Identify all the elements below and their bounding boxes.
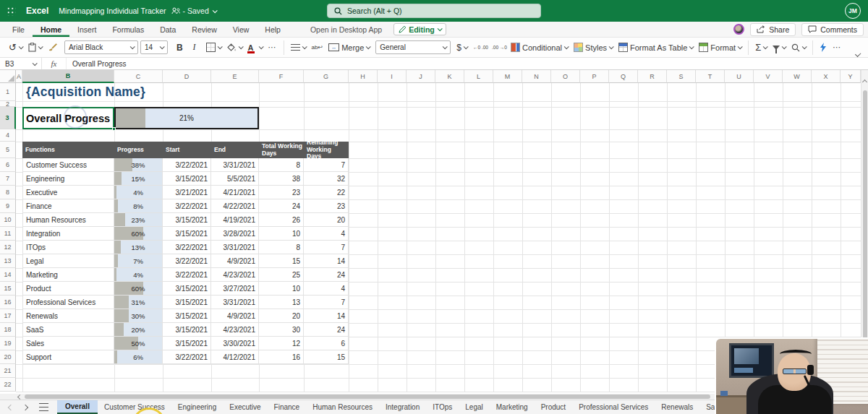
progress-cell[interactable]: 31%	[114, 296, 163, 309]
row-header-10[interactable]: 10	[0, 213, 16, 227]
function-cell[interactable]: Human Resources	[22, 213, 114, 227]
row-header-3[interactable]: 3	[0, 107, 16, 129]
column-header-K[interactable]: K	[435, 70, 464, 83]
end-date-cell[interactable]: 5/5/2021	[211, 172, 259, 186]
sheet-tab-renewals[interactable]: Renewals	[655, 400, 699, 414]
row-header-13[interactable]: 13	[0, 254, 16, 268]
column-header-P[interactable]: P	[580, 70, 609, 83]
sheet-tab-human-resources[interactable]: Human Resources	[306, 400, 379, 414]
column-header-I[interactable]: I	[378, 70, 407, 83]
column-header-V[interactable]: V	[754, 70, 783, 83]
more-font-options-button[interactable]: ⋯	[265, 40, 280, 56]
end-date-cell[interactable]: 4/21/2021	[211, 186, 259, 199]
column-header-C[interactable]: C	[114, 70, 163, 83]
progress-cell[interactable]: 30%	[114, 309, 163, 323]
function-cell[interactable]: Legal	[22, 254, 114, 268]
start-date-cell[interactable]: 3/22/2021	[163, 254, 211, 268]
function-cell[interactable]: Renewals	[22, 309, 114, 323]
scroll-left-arrow-icon[interactable]	[17, 394, 22, 399]
row-header-1[interactable]: 1	[0, 83, 16, 101]
search-box[interactable]: Search (Alt + Q)	[327, 4, 541, 18]
total-working-days-cell[interactable]: 8	[259, 158, 304, 172]
horizontal-scrollbar-thumb[interactable]	[25, 394, 710, 399]
start-date-cell[interactable]: 3/15/2021	[163, 323, 211, 337]
total-working-days-cell[interactable]: 30	[259, 323, 304, 337]
row-header-11[interactable]: 11	[0, 227, 16, 241]
total-working-days-cell[interactable]: 25	[259, 268, 304, 282]
scroll-up-arrow-icon[interactable]	[862, 79, 867, 85]
function-cell[interactable]: Executive	[22, 186, 114, 199]
column-header-F[interactable]: F	[259, 70, 304, 83]
decrease-decimal-button[interactable]: .00 →0	[489, 40, 508, 56]
remaining-working-days-cell[interactable]: 15	[304, 350, 349, 364]
function-cell[interactable]: Marketing	[22, 268, 114, 282]
increase-decimal-button[interactable]: ←0 .00	[470, 40, 489, 56]
ribbon-tab-view[interactable]: View	[225, 22, 258, 37]
progress-cell[interactable]: 13%	[114, 241, 163, 254]
function-cell[interactable]: Professional Services	[22, 296, 114, 309]
ribbon-tab-data[interactable]: Data	[152, 22, 184, 37]
sheet-tab-professional-services[interactable]: Professional Services	[572, 400, 655, 414]
chevron-down-icon[interactable]	[212, 8, 217, 13]
row-header-5[interactable]: 5	[0, 142, 16, 158]
end-date-cell[interactable]: 3/31/2021	[211, 158, 259, 172]
progress-cell[interactable]: 60%	[114, 227, 163, 241]
row-header-18[interactable]: 18	[0, 323, 16, 337]
font-size-select[interactable]: 14	[140, 40, 168, 54]
remaining-working-days-cell[interactable]: 6	[304, 337, 349, 350]
row-header-2[interactable]: 2	[0, 101, 16, 107]
function-cell[interactable]: Engineering	[22, 172, 114, 186]
ribbon-tab-file[interactable]: File	[4, 22, 33, 37]
ribbon-tab-formulas[interactable]: Formulas	[104, 22, 152, 37]
borders-button[interactable]	[203, 40, 224, 56]
row-header-8[interactable]: 8	[0, 186, 16, 199]
column-header-Q[interactable]: Q	[609, 70, 638, 83]
ribbon-tab-review[interactable]: Review	[184, 22, 224, 37]
start-date-cell[interactable]: 3/15/2021	[163, 337, 211, 350]
remaining-working-days-cell[interactable]: 24	[304, 268, 349, 282]
font-color-button[interactable]: A	[245, 40, 265, 56]
function-cell[interactable]: Sales	[22, 337, 114, 350]
format-button[interactable]: Format	[696, 40, 744, 56]
function-cell[interactable]: Customer Success	[22, 158, 114, 172]
start-date-cell[interactable]: 3/22/2021	[163, 199, 211, 213]
total-working-days-cell[interactable]: 10	[259, 227, 304, 241]
column-header-X[interactable]: X	[812, 70, 841, 83]
formula-content[interactable]: Overall Progress	[67, 60, 126, 68]
end-date-cell[interactable]: 3/31/2021	[211, 296, 259, 309]
progress-cell[interactable]: 7%	[114, 254, 163, 268]
bold-button[interactable]: B	[174, 40, 186, 56]
start-date-cell[interactable]: 3/22/2021	[163, 158, 211, 172]
column-header-H[interactable]: H	[349, 70, 378, 83]
app-launcher-icon[interactable]	[0, 0, 22, 22]
column-header-U[interactable]: U	[725, 70, 754, 83]
prev-sheet-arrow-icon[interactable]	[8, 404, 14, 410]
row-header-7[interactable]: 7	[0, 172, 16, 186]
row-header-15[interactable]: 15	[0, 282, 16, 296]
account-avatar[interactable]: JM	[845, 3, 861, 19]
number-format-select[interactable]: General	[375, 40, 451, 54]
total-working-days-cell[interactable]: 16	[259, 350, 304, 364]
start-date-cell[interactable]: 3/15/2021	[163, 227, 211, 241]
row-header-14[interactable]: 14	[0, 268, 16, 282]
document-title[interactable]: Mindmapping Individual Tracker	[59, 7, 166, 15]
sheet-tab-engineering[interactable]: Engineering	[171, 400, 223, 414]
row-header-6[interactable]: 6	[0, 158, 16, 172]
remaining-working-days-cell[interactable]: 14	[304, 254, 349, 268]
start-date-cell[interactable]: 3/22/2021	[163, 268, 211, 282]
collapse-ribbon-button[interactable]	[855, 51, 861, 57]
progress-cell[interactable]: 23%	[114, 213, 163, 227]
presenter-avatar[interactable]	[733, 24, 744, 35]
column-header-Y[interactable]: Y	[841, 70, 861, 83]
row-header-21[interactable]: 21	[0, 364, 16, 378]
wrap-text-button[interactable]: ab↩	[309, 40, 326, 56]
progress-cell[interactable]: 4%	[114, 186, 163, 199]
end-date-cell[interactable]: 3/27/2021	[211, 282, 259, 296]
format-as-table-button[interactable]: Format As Table	[616, 40, 696, 56]
start-date-cell[interactable]: 3/15/2021	[163, 296, 211, 309]
column-header-M[interactable]: M	[493, 70, 522, 83]
row-header-9[interactable]: 9	[0, 199, 16, 213]
remaining-working-days-cell[interactable]: 7	[304, 241, 349, 254]
progress-cell[interactable]: 38%	[114, 158, 163, 172]
end-date-cell[interactable]: 4/19/2021	[211, 213, 259, 227]
